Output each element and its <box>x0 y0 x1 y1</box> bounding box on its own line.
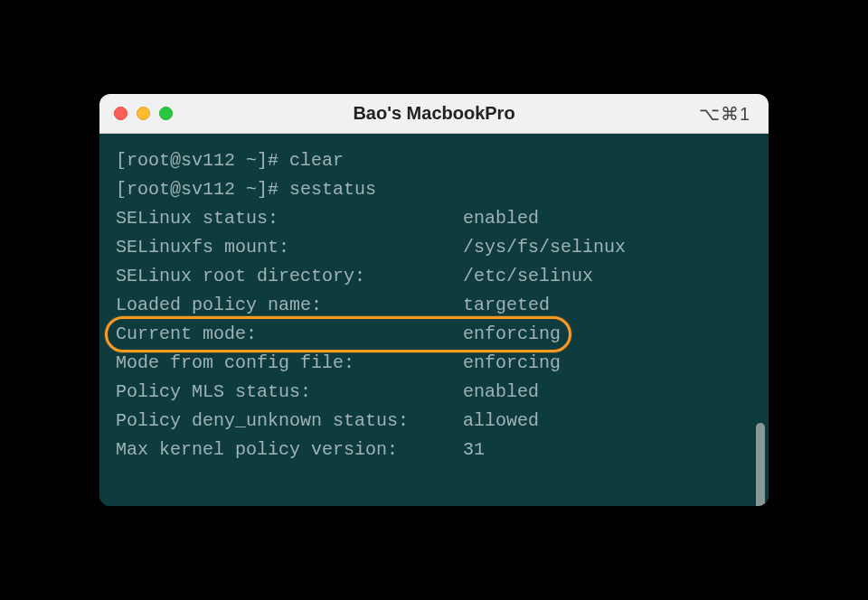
output-value: enabled <box>463 208 539 229</box>
output-label: Loaded policy name: <box>116 295 463 315</box>
output-row: Policy deny_unknown status: allowed <box>116 407 752 436</box>
window-shortcut: ⌥⌘1 <box>699 103 750 125</box>
shell-prompt: [root@sv112 ~]# <box>116 150 289 171</box>
output-label: Current mode: <box>116 323 463 344</box>
output-row: Max kernel policy version: 31 <box>116 436 752 464</box>
terminal-body[interactable]: [root@sv112 ~]# clear[root@sv112 ~]# ses… <box>99 134 769 506</box>
close-icon[interactable] <box>114 107 127 120</box>
maximize-icon[interactable] <box>159 107 173 120</box>
shell-prompt: [root@sv112 ~]# <box>116 179 289 200</box>
output-row: SELinux root directory: /etc/selinux <box>116 262 752 291</box>
output-row: Policy MLS status: enabled <box>116 378 752 407</box>
output-row: SELinuxfs mount: /sys/fs/selinux <box>116 233 752 262</box>
window-title: Bao's MacbookPro <box>99 103 769 124</box>
output-label: Policy deny_unknown status: <box>116 410 463 431</box>
prompt-line: [root@sv112 ~]# clear <box>116 146 752 175</box>
output-value: 31 <box>463 439 485 460</box>
output-value: /sys/fs/selinux <box>463 237 626 258</box>
scrollbar[interactable] <box>756 423 765 506</box>
output-value: enforcing <box>463 323 561 344</box>
titlebar[interactable]: Bao's MacbookPro ⌥⌘1 <box>99 94 769 134</box>
output-label: Mode from config file: <box>116 352 463 373</box>
shell-command: sestatus <box>289 179 376 200</box>
traffic-lights <box>99 107 173 120</box>
prompt-line: [root@sv112 ~]# sestatus <box>116 175 752 204</box>
output-label: Policy MLS status: <box>116 381 463 402</box>
output-label: Max kernel policy version: <box>116 439 463 460</box>
output-row: SELinux status: enabled <box>116 204 752 233</box>
output-value: enforcing <box>463 352 561 373</box>
output-row: Current mode: enforcing <box>116 320 752 349</box>
output-label: SELinuxfs mount: <box>116 237 463 258</box>
output-value: allowed <box>463 410 539 431</box>
shell-command: clear <box>289 150 344 171</box>
output-value: enabled <box>463 381 539 402</box>
output-value: /etc/selinux <box>463 266 593 286</box>
output-row: Mode from config file: enforcing <box>116 349 752 378</box>
output-label: SELinux status: <box>116 208 463 229</box>
output-label: SELinux root directory: <box>116 266 463 286</box>
output-value: targeted <box>463 295 550 315</box>
terminal-window: Bao's MacbookPro ⌥⌘1 [root@sv112 ~]# cle… <box>99 94 769 506</box>
minimize-icon[interactable] <box>137 107 150 120</box>
output-row: Loaded policy name: targeted <box>116 291 752 320</box>
